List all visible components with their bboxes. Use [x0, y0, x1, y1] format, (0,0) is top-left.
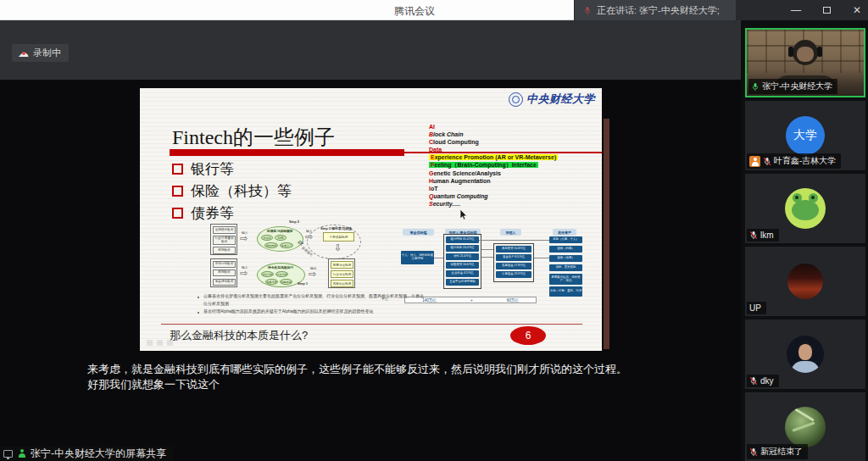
- participant-name-chip: lkm: [747, 229, 779, 242]
- participant-name-chip: dky: [747, 375, 779, 387]
- tech-item: AI: [429, 123, 558, 131]
- stage-top-strip: [0, 20, 741, 80]
- participant-name: 张宁-中央财经大学: [762, 81, 832, 92]
- blue-box: 互金平台已清理整顿: [446, 279, 479, 286]
- input-box: 财报数据: [213, 247, 236, 254]
- participant-name: lkm: [760, 230, 774, 240]
- attr-sub: 行业分析: [275, 271, 288, 277]
- connector-line: [534, 258, 549, 258]
- university-logo: 中央财经大学: [509, 92, 595, 107]
- participant-face: [797, 47, 814, 62]
- presenter-icon: [17, 449, 26, 458]
- attr-sub: 收益预测: [280, 279, 292, 285]
- avatar-frog: [785, 188, 826, 229]
- bullet-square-icon: [172, 186, 183, 197]
- maximize-button[interactable]: [815, 0, 837, 20]
- ml-sub: 神经网络: [264, 242, 278, 248]
- minimize-button[interactable]: —: [785, 0, 807, 20]
- note-bullet: [198, 312, 199, 314]
- window-titlebar: 腾讯会议 正在讲话: 张宁-中央财经大学; — ✕: [0, 0, 868, 20]
- input-group-2: 市场行情数据 财报数据 基金持仓数据: [210, 258, 237, 287]
- blue-box: 银行理财 31.4万亿: [446, 236, 479, 243]
- screen-share-banner: 张宁-中央财经大学的屏幕共享: [0, 447, 173, 461]
- output-box: 风格特征预测: [331, 280, 353, 287]
- slide-title: Fintech的一些例子: [172, 124, 335, 151]
- arrow-down-icon: ⇨: [334, 243, 342, 251]
- input-box: 市场行情数据: [213, 261, 236, 268]
- scale-bar: 140万亿 + 60万亿: [404, 297, 537, 303]
- column-header: 底层资产: [553, 229, 576, 236]
- blue-box: 券商资管 10.8万亿: [496, 246, 531, 253]
- university-emblem-icon: [509, 92, 523, 107]
- avatar-photo: [787, 264, 823, 299]
- bullet-item: 保险（科技）等: [172, 181, 292, 201]
- note-text: 位分析及预测: [203, 301, 229, 306]
- arrow-right-icon: ⇨: [240, 269, 248, 277]
- participant-tile[interactable]: lkm: [745, 174, 865, 243]
- column-header: 管理人: [500, 229, 521, 236]
- mic-muted-icon: [749, 447, 758, 457]
- column-header: 资金供给端: [403, 229, 434, 236]
- attr-sub: 风格分析: [265, 279, 278, 285]
- bullet-square-icon: [172, 164, 183, 175]
- note-text: 基金经理Alpha能力追踪及挑选的关键在于Alpha能力的识别以及把握经济状况的…: [203, 308, 374, 314]
- blue-box: 存款（公募、个人）: [549, 236, 582, 243]
- titlebar-white-section: 腾讯会议: [0, 0, 574, 20]
- presenter-toolbar-ghost: [157, 340, 163, 346]
- close-button[interactable]: ✕: [846, 0, 868, 20]
- tech-item: Block Chain: [429, 131, 558, 138]
- prediction-box: 个股收益预测: [323, 232, 354, 242]
- frog-face: [792, 200, 819, 220]
- tech-item: Data: [429, 146, 558, 153]
- input-box: 宏观经济数据: [213, 226, 236, 234]
- input-group-1: 宏观经济数据 行业/个股量价数据 财报数据: [210, 224, 237, 255]
- recording-badge[interactable]: ☁ 录制中: [12, 44, 69, 62]
- ml-sub: 集成学习: [280, 242, 293, 248]
- participant-name-chip: UP: [747, 302, 766, 314]
- host-badge-icon: [749, 156, 760, 167]
- speaking-text: 正在讲话: 张宁-中央财经大学;: [597, 4, 720, 17]
- blue-box: 信托 21.4万亿: [446, 253, 479, 260]
- participant-name: 新冠结束了: [760, 446, 803, 458]
- participant-tile[interactable]: 大学 叶育鑫-吉林大学: [745, 101, 865, 170]
- tech-item: Human Augmentation: [429, 177, 558, 185]
- tech-list: AI Block Chain Cloud Computing Data Expe…: [429, 123, 558, 208]
- output-box: 行业仓位预测: [331, 270, 353, 278]
- speaking-indicator: 正在讲话: 张宁-中央财经大学;: [575, 0, 736, 20]
- headphone-icon: [788, 47, 793, 57]
- screen-share-stage: ☁ 录制中 中央财经大学 Fintech的一些例子 银行等 保险（科技）等 债券…: [0, 20, 741, 461]
- presenter-toolbar-ghost: [147, 340, 153, 346]
- participants-sidebar: 张宁-中央财经大学 大学 叶育鑫-吉林大学 lkm UP: [741, 20, 868, 461]
- participant-name-chip: 新冠结束了: [747, 444, 808, 459]
- tech-item-highlighted-yellow: Experience Promotion (AR or VR-Metaverse…: [429, 153, 558, 161]
- avatar-plant: [785, 407, 826, 447]
- participant-tile-video[interactable]: 张宁-中央财经大学: [745, 28, 865, 97]
- output-group: 股票仓位预测 行业仓位预测 风格特征预测: [328, 258, 355, 288]
- blue-box: 私募基金 17.8万亿: [496, 263, 531, 269]
- arrow-right-icon: ⇨: [240, 234, 248, 242]
- step2-label: Step 2: [289, 219, 299, 224]
- note-text: 公募基金持仓穿透分析及预测主要包括股票资产仓位分析及预测、行业仓位分析及预测、股…: [203, 293, 424, 298]
- participant-name-chip: 叶育鑫-吉林大学: [747, 153, 841, 169]
- presenter-toolbar-ghost: [167, 340, 173, 346]
- participant-tile[interactable]: dky: [745, 319, 865, 389]
- participant-tile[interactable]: UP: [745, 247, 865, 316]
- input-box: 基金持仓数据: [213, 279, 236, 286]
- note-bullet: [198, 297, 199, 298]
- page-number-badge: 6: [510, 326, 546, 345]
- blue-box: 其他：打新、量化、对冲: [549, 286, 582, 297]
- title-underline-bar: [170, 149, 404, 156]
- blue-box: 企业年金 4.5万亿: [446, 270, 479, 277]
- mic-muted-icon: [749, 376, 758, 386]
- blue-box: 银行存款 24.4万亿: [446, 245, 479, 252]
- shared-slide: 中央财经大学 Fintech的一些例子 银行等 保险（科技）等 债券等 AI B…: [140, 88, 602, 351]
- ml-sub: 决策树: [261, 235, 273, 241]
- blue-box: 公募基金 19.9万亿: [496, 271, 531, 278]
- live-subtitle-line2: 好那我们就想象一下说这个: [87, 377, 220, 392]
- mic-on-icon: [751, 82, 760, 92]
- tech-item: Quantum Computing: [429, 192, 558, 200]
- participant-tile[interactable]: 新冠结束了: [745, 392, 865, 461]
- avatar-shirt: [791, 361, 820, 373]
- tech-item: Security.....: [429, 200, 558, 208]
- bullet-square-icon: [172, 208, 183, 219]
